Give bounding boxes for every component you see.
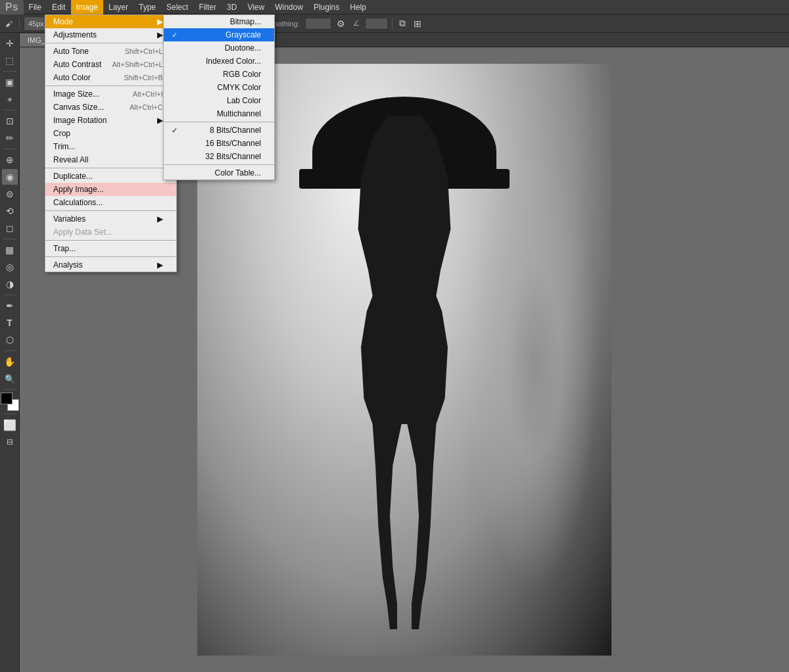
angle-input[interactable]: 0° (365, 18, 388, 30)
menu-variables[interactable]: Variables ▶ (45, 212, 176, 226)
menu-auto-color[interactable]: Auto Color Shift+Ctrl+B (45, 71, 176, 84)
tool-lasso[interactable]: ⌖ (2, 91, 18, 107)
menu-adjustments[interactable]: Adjustments ▶ (45, 28, 176, 41)
mode-8bit-label: 8 Bits/Channel (210, 126, 261, 135)
settings-icon[interactable]: ⚙ (334, 16, 348, 31)
menu-image-size[interactable]: Image Size... Alt+Ctrl+I (45, 87, 176, 101)
toolbar-separator (19, 18, 20, 30)
menu-help[interactable]: Help (345, 0, 371, 14)
menu-layer[interactable]: Layer (103, 0, 133, 14)
menu-reveal-all-label: Reveal All (53, 155, 88, 164)
menu-apply-data-set: Apply Data Set... (45, 226, 176, 239)
menu-image-rotation[interactable]: Image Rotation ▶ (45, 114, 176, 127)
mode-cmyk[interactable]: CMYK Color (164, 81, 274, 94)
menu-duplicate-label: Duplicate... (53, 172, 93, 181)
menu-plugins[interactable]: Plugins (308, 0, 345, 14)
mode-indexed-color[interactable]: Indexed Color... (164, 55, 274, 68)
tool-screen-mode[interactable]: ⊟ (2, 434, 18, 450)
mode-bitmap-check (172, 18, 179, 26)
menu-trim[interactable]: Trim... (45, 140, 176, 153)
menu-auto-tone-shortcut: Shift+Ctrl+L (125, 47, 163, 55)
menu-auto-contrast-label: Auto Contrast (53, 60, 101, 69)
menu-crop[interactable]: Crop (45, 127, 176, 140)
tool-type[interactable]: T (2, 315, 18, 331)
mode-8bit-check: ✓ (172, 126, 179, 135)
foreground-swatch[interactable] (1, 393, 12, 404)
menu-trap[interactable]: Trap... (45, 242, 176, 255)
menu-canvas-size[interactable]: Canvas Size... Alt+Ctrl+C (45, 101, 176, 114)
color-swatches[interactable] (1, 393, 19, 411)
tool-crop[interactable]: ⊡ (2, 113, 18, 129)
menu-calculations[interactable]: Calculations... (45, 196, 176, 209)
tool-marquee[interactable]: ▣ (2, 74, 18, 90)
tool-move[interactable]: ✛ (2, 36, 18, 51)
menu-reveal-all[interactable]: Reveal All (45, 153, 176, 166)
mode-rgb[interactable]: RGB Color (164, 68, 274, 81)
tool-clone[interactable]: ⊜ (2, 186, 18, 202)
mode-8bit[interactable]: ✓ 8 Bits/Channel (164, 124, 274, 137)
tool-separator3 (3, 149, 16, 149)
menu-auto-tone[interactable]: Auto Tone Shift+Ctrl+L (45, 45, 176, 58)
menu-apply-image[interactable]: Apply Image... (45, 183, 176, 196)
mode-16bit-check (172, 139, 179, 147)
mode-grayscale[interactable]: ✓ Grayscale (164, 28, 274, 41)
mode-sep1 (164, 122, 274, 122)
tool-separator5 (3, 295, 16, 295)
menu-analysis[interactable]: Analysis ▶ (45, 258, 176, 272)
menu-filter[interactable]: Filter (193, 0, 222, 14)
clone-align-icon[interactable]: ⧉ (396, 16, 408, 31)
mode-bitmap[interactable]: Bitmap... (164, 15, 274, 28)
mode-multichannel-label: Multichannel (217, 109, 261, 118)
mode-duotone[interactable]: Duotone... (164, 41, 274, 55)
tool-eyedropper[interactable]: ✏ (2, 130, 18, 146)
menu-sep5 (45, 240, 176, 241)
menu-3d[interactable]: 3D (222, 0, 242, 14)
tool-pen[interactable]: ✒ (2, 298, 18, 314)
menu-auto-color-shortcut: Shift+Ctrl+B (124, 74, 162, 82)
mode-rgb-check (172, 70, 179, 78)
menu-type[interactable]: Type (133, 0, 161, 14)
menu-window[interactable]: Window (270, 0, 308, 14)
mode-color-table-check (172, 169, 179, 177)
sample-icon[interactable]: ⊞ (411, 16, 424, 31)
mode-32bit[interactable]: 32 Bits/Channel (164, 150, 274, 163)
toolbox: ✛ ⬚ ▣ ⌖ ⊡ ✏ ⊕ ◉ ⊜ ⟲ ◻ ▦ ◎ ◑ ✒ T ⬡ ✋ 🔍 ⬜ … (0, 33, 20, 672)
menu-adjustments-arrow: ▶ (144, 30, 163, 39)
mode-duotone-check (172, 44, 179, 52)
menu-select[interactable]: Select (161, 0, 193, 14)
menu-canvas-size-shortcut: Alt+Ctrl+C (130, 103, 163, 111)
menu-ps[interactable]: Ps (0, 0, 24, 14)
tool-gradient[interactable]: ▦ (2, 242, 18, 258)
tool-artboard[interactable]: ⬚ (2, 53, 18, 68)
menu-image-rotation-arrow: ▶ (144, 116, 163, 125)
menu-file[interactable]: File (24, 0, 47, 14)
menu-trim-label: Trim... (53, 142, 76, 151)
menu-auto-contrast[interactable]: Auto Contrast Alt+Shift+Ctrl+L (45, 58, 176, 71)
mode-multichannel[interactable]: Multichannel (164, 107, 274, 120)
tool-brush[interactable]: ◉ (2, 169, 18, 185)
tool-healing[interactable]: ⊕ (2, 152, 18, 168)
angle-label: ∠ (350, 16, 362, 31)
tool-eraser[interactable]: ◻ (2, 220, 18, 236)
menu-auto-contrast-shortcut: Alt+Shift+Ctrl+L (112, 60, 162, 68)
menu-analysis-label: Analysis (53, 260, 83, 270)
tool-path[interactable]: ⬡ (2, 332, 18, 348)
menu-view[interactable]: View (242, 0, 270, 14)
tool-hand[interactable]: ✋ (2, 354, 18, 370)
mode-lab[interactable]: Lab Color (164, 94, 274, 107)
tool-blur[interactable]: ◎ (2, 259, 18, 275)
smoothing-input[interactable]: 0% (305, 18, 331, 30)
menu-edit[interactable]: Edit (47, 0, 71, 14)
tool-history[interactable]: ⟲ (2, 203, 18, 219)
menu-duplicate[interactable]: Duplicate... (45, 170, 176, 183)
menu-image[interactable]: Image (71, 0, 103, 14)
mode-color-table[interactable]: Color Table... (164, 166, 274, 180)
tool-zoom[interactable]: 🔍 (2, 371, 18, 387)
mode-cmyk-check (172, 84, 179, 91)
menu-mode[interactable]: Mode ▶ (45, 15, 176, 28)
mode-16bit[interactable]: 16 Bits/Channel (164, 137, 274, 150)
tool-separator6 (3, 350, 16, 351)
tool-dodge[interactable]: ◑ (2, 276, 18, 292)
menu-sep3 (45, 168, 176, 168)
tool-mask-mode[interactable]: ⬜ (2, 417, 18, 433)
